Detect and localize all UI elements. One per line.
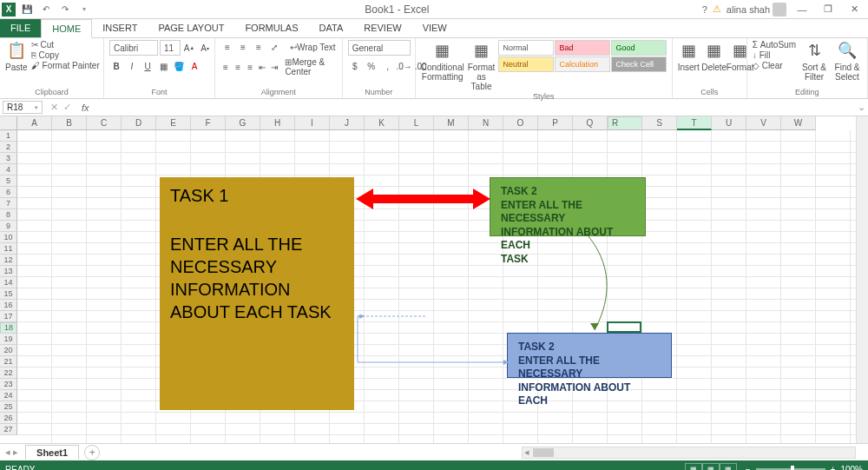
comma-icon[interactable]: ,	[381, 59, 395, 73]
col-header-K[interactable]: K	[365, 116, 399, 130]
col-header-V[interactable]: V	[746, 116, 781, 130]
col-header-F[interactable]: F	[191, 116, 226, 130]
align-center-icon[interactable]: ≡	[233, 60, 243, 74]
user-label[interactable]: alina shah	[727, 3, 786, 17]
row-header-22[interactable]: 22	[0, 367, 17, 379]
autosum-button[interactable]: ΣAutoSum	[753, 40, 796, 50]
row-header-21[interactable]: 21	[0, 356, 17, 367]
col-header-L[interactable]: L	[399, 116, 434, 130]
red-double-arrow[interactable]	[356, 187, 490, 211]
align-left-icon[interactable]: ≡	[220, 60, 231, 74]
col-header-P[interactable]: P	[538, 116, 573, 130]
col-header-T[interactable]: T	[677, 116, 712, 130]
find-select-button[interactable]: 🔍Find & Select	[832, 40, 862, 82]
horizontal-scrollbar[interactable]: ◂	[522, 447, 856, 459]
bold-button[interactable]: B	[109, 59, 123, 73]
clear-button[interactable]: ◇Clear	[753, 61, 796, 70]
italic-button[interactable]: I	[125, 59, 139, 73]
col-header-Q[interactable]: Q	[573, 116, 608, 130]
close-icon[interactable]: ✕	[844, 3, 865, 15]
col-header-H[interactable]: H	[260, 116, 295, 130]
percent-icon[interactable]: %	[365, 59, 378, 73]
green-curved-arrow[interactable]	[538, 236, 625, 336]
col-header-D[interactable]: D	[122, 116, 156, 130]
shape-task1[interactable]: TASK 1 ENTER ALL THE NECESSARY INFORMATI…	[160, 177, 354, 410]
indent-inc-icon[interactable]: ⇥	[269, 60, 279, 74]
wrap-text-button[interactable]: ↩Wrap Text	[290, 43, 336, 52]
tab-review[interactable]: REVIEW	[353, 19, 411, 37]
tab-home[interactable]: HOME	[41, 19, 92, 38]
format-painter-button[interactable]: 🖌Format Painter	[31, 61, 100, 70]
col-header-B[interactable]: B	[52, 116, 87, 130]
fill-color-button[interactable]: 🪣	[172, 59, 186, 73]
indent-dec-icon[interactable]: ⇤	[257, 60, 267, 74]
row-header-5[interactable]: 5	[0, 175, 17, 187]
currency-icon[interactable]: $	[348, 59, 362, 73]
fb-cancel-icon[interactable]: ✕	[50, 102, 58, 113]
align-bottom-icon[interactable]: ≡	[252, 40, 266, 54]
row-header-10[interactable]: 10	[0, 232, 17, 243]
row-header-16[interactable]: 16	[0, 300, 17, 311]
align-middle-icon[interactable]: ≡	[236, 40, 250, 54]
tab-insert[interactable]: INSERT	[92, 19, 148, 37]
paste-button[interactable]: 📋Paste	[5, 40, 28, 72]
underline-button[interactable]: U	[141, 59, 155, 73]
col-header-R[interactable]: R	[608, 116, 642, 130]
row-header-19[interactable]: 19	[0, 334, 17, 345]
qat-redo-icon[interactable]: ↷	[57, 2, 73, 17]
font-color-button[interactable]: A	[187, 59, 201, 73]
style-normal[interactable]: Normal	[498, 40, 554, 56]
delete-cells-button[interactable]: ▦Delete	[703, 40, 726, 72]
row-header-20[interactable]: 20	[0, 345, 17, 356]
row-header-3[interactable]: 3	[0, 153, 17, 164]
qat-undo-icon[interactable]: ↶	[38, 2, 54, 17]
cut-button[interactable]: ✂Cut	[31, 40, 100, 50]
row-header-8[interactable]: 8	[0, 209, 17, 221]
col-header-S[interactable]: S	[642, 116, 677, 130]
restore-icon[interactable]: ❐	[818, 3, 838, 15]
tab-file[interactable]: FILE	[0, 19, 41, 37]
col-header-G[interactable]: G	[226, 116, 260, 130]
qat-customize-icon[interactable]: ▾	[76, 2, 92, 17]
align-right-icon[interactable]: ≡	[245, 60, 255, 74]
col-header-W[interactable]: W	[781, 116, 816, 130]
row-header-14[interactable]: 14	[0, 277, 17, 288]
help-icon[interactable]: ?	[702, 4, 707, 15]
row-header-15[interactable]: 15	[0, 288, 17, 300]
tab-page-layout[interactable]: PAGE LAYOUT	[148, 19, 234, 37]
fill-button[interactable]: ↓Fill	[753, 50, 796, 60]
new-sheet-button[interactable]: +	[84, 445, 100, 460]
row-header-17[interactable]: 17	[0, 311, 17, 322]
cell-styles-gallery[interactable]: Normal Bad Good Neutral Calculation Chec…	[498, 40, 667, 72]
row-header-1[interactable]: 1	[0, 130, 17, 142]
row-header-27[interactable]: 27	[0, 424, 17, 435]
view-break-icon[interactable]: ▦	[720, 463, 737, 470]
col-header-C[interactable]: C	[87, 116, 122, 130]
row-header-4[interactable]: 4	[0, 164, 17, 175]
row-header-6[interactable]: 6	[0, 187, 17, 198]
fb-expand-icon[interactable]: ⌄	[854, 102, 868, 113]
row-header-24[interactable]: 24	[0, 390, 17, 401]
inc-decimal-icon[interactable]: .0→	[398, 59, 411, 73]
orientation-icon[interactable]: ⤢	[267, 40, 281, 54]
shape-task2-blue[interactable]: TASK 2 ENTER ALL THE NECESSARY INFORMATI…	[507, 333, 672, 378]
select-all-corner[interactable]	[0, 116, 17, 130]
style-check-cell[interactable]: Check Cell	[611, 56, 667, 72]
qat-save-icon[interactable]: 💾	[19, 2, 35, 17]
merge-button[interactable]: ⊞Merge & Center	[285, 57, 336, 76]
col-header-A[interactable]: A	[17, 116, 52, 130]
view-normal-icon[interactable]: ▦	[685, 463, 702, 470]
col-header-E[interactable]: E	[156, 116, 191, 130]
col-header-M[interactable]: M	[434, 116, 469, 130]
insert-cells-button[interactable]: ▦Insert	[678, 40, 700, 72]
col-header-U[interactable]: U	[712, 116, 746, 130]
tab-data[interactable]: DATA	[309, 19, 354, 37]
zoom-level[interactable]: 100%	[840, 465, 863, 471]
border-button[interactable]: ▦	[156, 59, 170, 73]
tab-view[interactable]: VIEW	[412, 19, 457, 37]
cell-grid[interactable]: TASK 1 ENTER ALL THE NECESSARY INFORMATI…	[17, 130, 856, 443]
grow-font-icon[interactable]: A▲	[182, 41, 196, 55]
sort-filter-button[interactable]: ⇅Sort & Filter	[799, 40, 829, 82]
row-header-2[interactable]: 2	[0, 142, 17, 153]
col-header-I[interactable]: I	[295, 116, 330, 130]
